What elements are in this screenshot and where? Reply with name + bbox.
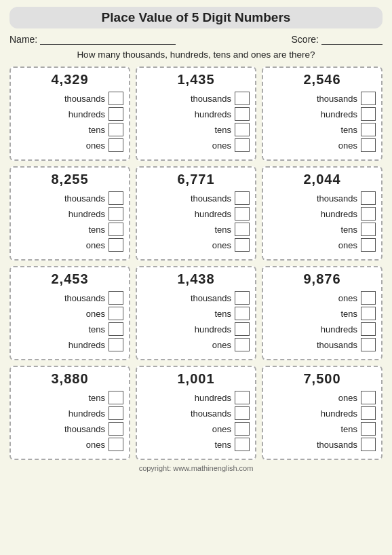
answer-box-11-2[interactable] (361, 422, 376, 436)
answer-box-10-2[interactable] (235, 422, 250, 436)
answer-box-6-1[interactable] (109, 307, 123, 320)
place-label-7-2: hundreds (142, 324, 231, 334)
place-label-7-3: ones (142, 340, 231, 350)
place-label-0-3: ones (16, 140, 105, 151)
place-label-2-2: tens (269, 125, 357, 135)
card-number-0: 4,329 (16, 72, 123, 88)
answer-box-9-1[interactable] (109, 406, 123, 420)
place-row-6-2: tens (16, 322, 123, 336)
answer-box-5-3[interactable] (361, 238, 376, 252)
place-row-2-1: hundreds (269, 107, 376, 121)
answer-box-8-2[interactable] (361, 322, 376, 336)
answer-box-7-3[interactable] (235, 338, 250, 351)
answer-box-11-1[interactable] (361, 406, 376, 420)
place-label-8-3: thousands (269, 340, 357, 350)
cards-grid: 4,329thousandshundredstensones1,435thous… (9, 66, 383, 460)
place-label-6-2: tens (16, 324, 105, 334)
answer-box-8-3[interactable] (361, 338, 376, 351)
place-label-0-2: tens (16, 125, 105, 135)
answer-box-4-3[interactable] (235, 238, 250, 252)
answer-box-3-0[interactable] (109, 191, 123, 205)
place-row-8-0: ones (269, 291, 376, 305)
place-label-8-1: tens (269, 309, 357, 319)
answer-box-7-1[interactable] (235, 307, 250, 320)
answer-box-0-2[interactable] (109, 123, 123, 136)
place-row-1-0: thousands (142, 92, 250, 105)
answer-box-3-3[interactable] (109, 238, 123, 252)
place-label-7-0: thousands (142, 293, 231, 303)
name-input[interactable] (40, 34, 176, 45)
place-row-9-2: thousands (16, 422, 123, 436)
name-label: Name: (9, 34, 37, 45)
answer-box-7-2[interactable] (235, 322, 250, 336)
place-row-5-1: hundreds (269, 207, 376, 221)
answer-box-9-3[interactable] (109, 438, 123, 451)
place-row-3-1: hundreds (16, 207, 123, 221)
place-row-3-2: tens (16, 223, 123, 236)
place-label-10-1: thousands (142, 408, 231, 419)
place-label-2-0: thousands (269, 94, 357, 104)
answer-box-8-1[interactable] (361, 307, 376, 320)
answer-box-2-3[interactable] (361, 138, 376, 152)
answer-box-9-0[interactable] (109, 391, 123, 404)
card-4: 6,771thousandshundredstensones (136, 166, 256, 261)
answer-box-10-3[interactable] (235, 438, 250, 451)
answer-box-1-3[interactable] (235, 138, 250, 152)
answer-box-2-1[interactable] (361, 107, 376, 121)
answer-box-5-0[interactable] (361, 191, 376, 205)
card-number-9: 3,880 (16, 371, 123, 387)
answer-box-2-2[interactable] (361, 123, 376, 136)
place-row-0-0: thousands (16, 92, 123, 105)
answer-box-5-2[interactable] (361, 223, 376, 236)
answer-box-1-2[interactable] (235, 123, 250, 136)
answer-box-4-1[interactable] (235, 207, 250, 221)
place-label-11-2: tens (269, 424, 357, 434)
place-row-2-3: ones (269, 138, 376, 152)
card-number-2: 2,546 (269, 72, 376, 88)
place-label-6-0: thousands (16, 293, 105, 303)
answer-box-1-1[interactable] (235, 107, 250, 121)
place-label-5-2: tens (269, 225, 357, 235)
place-row-5-3: ones (269, 238, 376, 252)
answer-box-5-1[interactable] (361, 207, 376, 221)
answer-box-10-0[interactable] (235, 391, 250, 404)
page-title: Place Value of 5 Digit Numbers (9, 7, 383, 28)
score-input[interactable] (321, 34, 383, 45)
place-row-11-0: ones (269, 391, 376, 404)
answer-box-4-2[interactable] (235, 223, 250, 236)
card-2: 2,546thousandshundredstensones (262, 66, 383, 161)
place-row-10-2: ones (142, 422, 250, 436)
answer-box-2-0[interactable] (361, 92, 376, 105)
place-label-1-0: thousands (142, 94, 231, 104)
answer-box-0-1[interactable] (109, 107, 123, 121)
place-row-5-0: thousands (269, 191, 376, 205)
place-row-11-3: thousands (269, 438, 376, 451)
answer-box-4-0[interactable] (235, 191, 250, 205)
answer-box-6-2[interactable] (109, 322, 123, 336)
name-field: Name: (9, 34, 176, 45)
answer-box-10-1[interactable] (235, 406, 250, 420)
answer-box-11-0[interactable] (361, 391, 376, 404)
answer-box-0-0[interactable] (109, 92, 123, 105)
answer-box-3-1[interactable] (109, 207, 123, 221)
answer-box-1-0[interactable] (235, 92, 250, 105)
place-label-5-3: ones (269, 240, 357, 250)
answer-box-8-0[interactable] (361, 291, 376, 305)
place-row-9-1: hundreds (16, 406, 123, 420)
answer-box-11-3[interactable] (361, 438, 376, 451)
answer-box-7-0[interactable] (235, 291, 250, 305)
answer-box-9-2[interactable] (109, 422, 123, 436)
answer-box-0-3[interactable] (109, 138, 123, 152)
place-label-8-0: ones (269, 293, 357, 303)
card-7: 1,438thousandstenshundredsones (136, 266, 256, 360)
card-9: 3,880tenshundredsthousandsones (9, 366, 130, 460)
answer-box-3-2[interactable] (109, 223, 123, 236)
answer-box-6-3[interactable] (109, 338, 123, 351)
place-row-5-2: tens (269, 223, 376, 236)
place-label-4-3: ones (142, 240, 231, 250)
place-label-4-2: tens (142, 225, 231, 235)
answer-box-6-0[interactable] (109, 291, 123, 305)
card-6: 2,453thousandsonestenshundreds (9, 266, 130, 360)
place-label-6-3: hundreds (16, 340, 105, 350)
place-label-7-1: tens (142, 309, 231, 319)
